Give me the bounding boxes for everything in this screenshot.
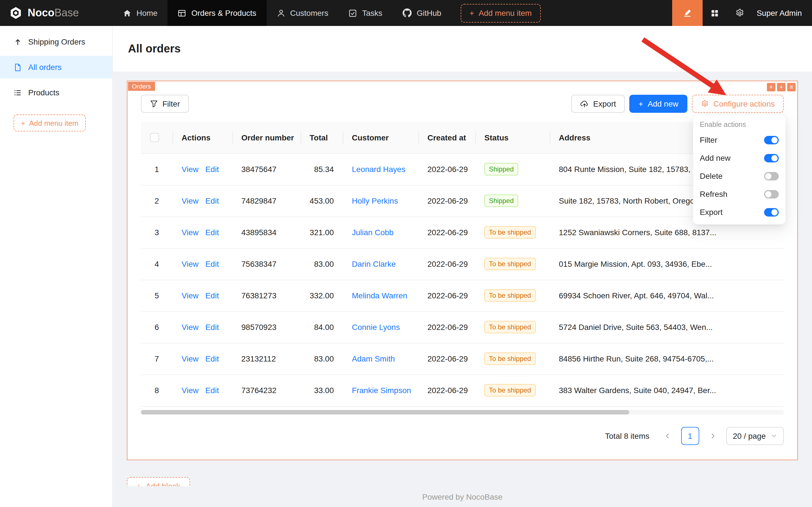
refresh-toggle[interactable] xyxy=(764,190,779,198)
cell-created-at: 2022-06-29 xyxy=(418,185,475,217)
pagination-next-button[interactable] xyxy=(703,427,721,445)
scrollbar-thumb[interactable] xyxy=(141,410,630,414)
table-row: 4 ViewEdit 75638347 83.00 Darin Clarke 2… xyxy=(141,248,784,280)
view-link[interactable]: View xyxy=(182,228,198,237)
block-add-above-icon[interactable]: + xyxy=(767,83,775,91)
view-link[interactable]: View xyxy=(182,291,198,300)
status-badge: Shipped xyxy=(484,194,518,207)
check-square-icon xyxy=(348,9,357,17)
nav-item-orders-products[interactable]: Orders & Products xyxy=(168,0,267,26)
cell-total: 332.00 xyxy=(300,280,343,311)
nav-item-github[interactable]: GitHub xyxy=(393,0,451,26)
dropdown-item-export[interactable]: Export xyxy=(693,203,786,221)
block-designer-toolbar: + + ≡ xyxy=(767,83,796,91)
cell-total: 33.00 xyxy=(300,375,343,406)
edit-link[interactable]: Edit xyxy=(205,196,219,205)
view-link[interactable]: View xyxy=(182,165,198,174)
add-block-button[interactable]: + Add block xyxy=(127,477,190,486)
cell-order-number: 74829847 xyxy=(232,185,300,217)
brand-logo[interactable]: NocoBase xyxy=(0,6,113,20)
nav-item-tasks[interactable]: Tasks xyxy=(338,0,393,26)
dropdown-item-refresh[interactable]: Refresh xyxy=(693,185,786,203)
customer-link[interactable]: Julian Cobb xyxy=(352,228,394,237)
block-add-below-icon[interactable]: + xyxy=(777,83,786,91)
dropdown-item-add-new[interactable]: Add new xyxy=(693,149,786,167)
nav-item-customers[interactable]: Customers xyxy=(267,0,338,26)
view-link[interactable]: View xyxy=(182,260,198,269)
table-toolbar: Filter Export + Add new Con xyxy=(141,95,784,113)
home-icon xyxy=(123,9,131,17)
customer-link[interactable]: Holly Perkins xyxy=(352,196,398,205)
col-header-total: Total xyxy=(300,122,343,153)
delete-toggle[interactable] xyxy=(764,172,779,180)
cell-total: 84.00 xyxy=(300,311,343,343)
dropdown-item-filter[interactable]: Filter xyxy=(693,131,786,149)
view-link[interactable]: View xyxy=(182,196,198,205)
cell-total: 83.00 xyxy=(300,248,343,280)
export-button[interactable]: Export xyxy=(571,95,625,113)
navbar-right: Super Admin xyxy=(672,0,812,26)
edit-link[interactable]: Edit xyxy=(205,386,219,395)
customer-link[interactable]: Connie Lyons xyxy=(352,323,400,332)
sidebar-item-all-orders[interactable]: All orders xyxy=(0,56,112,78)
pagination-page-1[interactable]: 1 xyxy=(681,427,699,445)
edit-link[interactable]: Edit xyxy=(205,323,219,332)
add-new-button[interactable]: + Add new xyxy=(630,95,687,113)
orders-table: Actions Order number Total Customer Crea… xyxy=(141,122,784,406)
col-header-status: Status xyxy=(475,122,550,153)
row-index: 5 xyxy=(141,280,173,311)
table-row: 1 ViewEdit 38475647 85.34 Leonard Hayes … xyxy=(141,153,784,185)
export-toggle[interactable] xyxy=(764,208,779,216)
horizontal-scrollbar[interactable] xyxy=(141,410,784,414)
filter-button[interactable]: Filter xyxy=(141,95,189,113)
customer-link[interactable]: Frankie Simpson xyxy=(352,386,411,395)
edit-link[interactable]: Edit xyxy=(205,260,219,269)
row-index: 7 xyxy=(141,343,173,375)
filter-toggle[interactable] xyxy=(764,135,779,144)
row-index: 8 xyxy=(141,375,173,406)
cell-created-at: 2022-06-29 xyxy=(418,248,475,280)
block-menu-icon[interactable]: ≡ xyxy=(787,83,796,91)
sidebar-add-menu-item-button[interactable]: + Add menu item xyxy=(13,114,86,131)
page-size-select[interactable]: 20 / page xyxy=(726,427,784,445)
plugin-blocks-button[interactable] xyxy=(703,0,728,26)
cell-created-at: 2022-06-29 xyxy=(418,375,475,406)
edit-link[interactable]: Edit xyxy=(205,291,219,300)
gear-icon xyxy=(701,100,709,108)
edit-link[interactable]: Edit xyxy=(205,228,219,237)
pagination-prev-button[interactable] xyxy=(658,427,676,445)
nav-item-home[interactable]: Home xyxy=(113,0,168,26)
current-user[interactable]: Super Admin xyxy=(752,8,812,17)
status-badge: To be shipped xyxy=(484,258,535,270)
ui-editor-toggle-button[interactable] xyxy=(672,0,703,26)
configure-actions-button[interactable]: Configure actions xyxy=(692,95,784,113)
brand-name: NocoBase xyxy=(27,7,79,19)
customer-link[interactable]: Darin Clarke xyxy=(352,260,396,269)
view-link[interactable]: View xyxy=(182,323,198,332)
customer-link[interactable]: Adam Smith xyxy=(352,354,395,363)
edit-link[interactable]: Edit xyxy=(205,354,219,363)
sidebar-item-shipping-orders[interactable]: Shipping Orders xyxy=(0,31,112,53)
table-row: 2 ViewEdit 74829847 453.00 Holly Perkins… xyxy=(141,185,784,217)
sidebar-item-products[interactable]: Products xyxy=(0,81,112,104)
nav-add-menu-item-button[interactable]: + Add menu item xyxy=(460,4,541,22)
app-window: NocoBase Home Orders & Products Customer… xyxy=(0,0,812,507)
settings-button[interactable] xyxy=(728,0,752,26)
add-block-clip: + Add block xyxy=(127,477,200,486)
grid-icon xyxy=(711,9,719,17)
add-new-toggle[interactable] xyxy=(764,154,779,162)
customer-link[interactable]: Leonard Hayes xyxy=(352,165,405,174)
select-all-checkbox[interactable] xyxy=(150,133,159,143)
view-link[interactable]: View xyxy=(182,386,198,395)
plus-icon: + xyxy=(136,481,141,486)
dropdown-group-title: Enable actions xyxy=(693,118,786,131)
view-link[interactable]: View xyxy=(182,354,198,363)
edit-link[interactable]: Edit xyxy=(205,165,219,174)
plus-icon: + xyxy=(21,119,25,127)
page-title: All orders xyxy=(128,42,181,55)
row-index: 2 xyxy=(141,185,173,217)
customer-link[interactable]: Melinda Warren xyxy=(352,291,407,300)
dropdown-item-delete[interactable]: Delete xyxy=(693,167,786,185)
block-collection-tag: Orders xyxy=(128,82,155,91)
file-icon xyxy=(13,63,22,71)
